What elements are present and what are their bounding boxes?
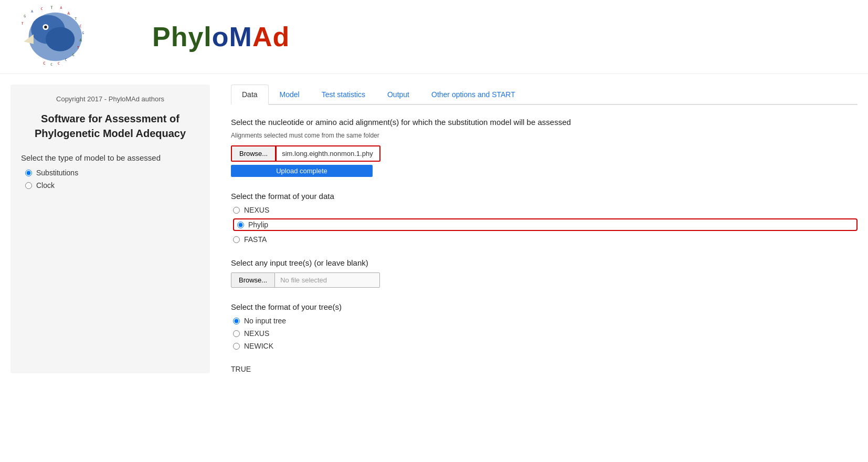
tree-nexus-radio[interactable]: [233, 330, 240, 337]
right-panel: Data Model Test statistics Output Other …: [220, 85, 868, 373]
tab-test-statistics[interactable]: Test statistics: [311, 85, 376, 104]
svg-text:G: G: [24, 14, 26, 18]
fasta-radio[interactable]: [233, 236, 240, 243]
phylip-radio[interactable]: [237, 222, 244, 228]
tree-file-name: No file selected: [275, 272, 380, 288]
alignment-title: Select the nucleotide or amino acid alig…: [231, 118, 858, 127]
format-section: Select the format of your data NEXUS Phy…: [231, 192, 858, 244]
tree-newick-label: NEWICK: [244, 342, 273, 350]
copyright-text: Copyright 2017 - PhyloMAd authors: [21, 95, 199, 103]
svg-text:C: C: [43, 61, 45, 66]
tree-title: Select any input tree(s) (or leave blank…: [231, 258, 858, 267]
tree-browse-button[interactable]: Browse...: [231, 272, 275, 288]
no-tree-item[interactable]: No input tree: [233, 317, 858, 325]
tree-nexus-item[interactable]: NEXUS: [233, 329, 858, 338]
upload-status-bar: Upload complete: [231, 165, 373, 177]
software-title: Software for Assessment of Phylogenetic …: [21, 111, 199, 141]
svg-marker-3: [24, 34, 33, 44]
tree-section: Select any input tree(s) (or leave blank…: [231, 258, 858, 288]
clock-radio[interactable]: [25, 182, 32, 189]
svg-text:C: C: [41, 7, 43, 11]
svg-text:C: C: [58, 61, 60, 66]
svg-point-2: [46, 27, 75, 51]
svg-text:A: A: [31, 9, 33, 14]
tab-data[interactable]: Data: [231, 85, 269, 105]
tree-nexus-label: NEXUS: [244, 329, 269, 338]
model-type-radio-group: Substitutions Clock: [21, 169, 199, 190]
fasta-format-item[interactable]: FASTA: [233, 235, 858, 244]
svg-text:A: A: [67, 11, 70, 16]
svg-text:A: A: [60, 6, 62, 10]
app-title: PhyloMAd: [152, 21, 290, 52]
true-value: TRUE: [231, 365, 858, 373]
svg-point-5: [44, 26, 47, 29]
header: A T C G A T G C C C C T G A C T A PhyloM…: [0, 0, 868, 74]
substitutions-radio-item[interactable]: Substitutions: [25, 169, 199, 177]
nexus-format-item[interactable]: NEXUS: [233, 206, 858, 214]
svg-text:A: A: [80, 38, 82, 43]
tree-newick-radio[interactable]: [233, 343, 240, 350]
svg-text:C: C: [50, 62, 52, 67]
nexus-radio[interactable]: [233, 207, 240, 214]
tab-other-options[interactable]: Other options and START: [420, 85, 526, 104]
alignment-browse-button[interactable]: Browse...: [231, 145, 276, 162]
svg-text:T: T: [75, 17, 77, 21]
svg-text:G: G: [82, 31, 84, 35]
svg-text:G: G: [72, 53, 75, 57]
phylip-format-item[interactable]: Phylip: [233, 218, 858, 231]
svg-text:T: T: [22, 22, 24, 26]
tree-newick-item[interactable]: NEWICK: [233, 342, 858, 350]
no-tree-label: No input tree: [244, 317, 286, 325]
logo-area: A T C G A T G C C C C T G A C T A: [16, 5, 100, 68]
svg-text:C: C: [80, 24, 82, 28]
tab-bar: Data Model Test statistics Output Other …: [231, 85, 858, 105]
tree-format-title: Select the format of your tree(s): [231, 302, 858, 311]
no-tree-radio[interactable]: [233, 318, 240, 324]
substitutions-label: Substitutions: [36, 169, 78, 177]
tree-format-section: Select the format of your tree(s) No inp…: [231, 302, 858, 350]
left-panel: Copyright 2017 - PhyloMAd authors Softwa…: [10, 85, 210, 373]
clock-radio-item[interactable]: Clock: [25, 181, 199, 190]
alignment-subtitle: Alignments selected must come from the s…: [231, 132, 858, 139]
svg-text:T: T: [50, 5, 53, 10]
main-content: Copyright 2017 - PhyloMAd authors Softwa…: [0, 74, 868, 384]
format-radio-group: NEXUS Phylip FASTA: [231, 206, 858, 244]
dna-logo: A T C G A T G C C C C T G A C T A: [16, 5, 100, 68]
format-title: Select the format of your data: [231, 192, 858, 201]
nexus-label: NEXUS: [244, 206, 269, 214]
substitutions-radio[interactable]: [25, 170, 32, 176]
phylip-label: Phylip: [248, 220, 268, 229]
fasta-label: FASTA: [244, 235, 267, 244]
alignment-file-name: sim.long.eighth.nonmon.1.phy: [276, 145, 380, 162]
clock-label: Clock: [36, 181, 55, 190]
alignment-section: Select the nucleotide or amino acid alig…: [231, 118, 858, 177]
svg-text:T: T: [77, 46, 79, 50]
svg-text:C: C: [65, 58, 67, 62]
tree-format-radio-group: No input tree NEXUS NEWICK: [231, 317, 858, 350]
model-select-label: Select the type of model to be assessed: [21, 153, 199, 162]
tab-output[interactable]: Output: [376, 85, 420, 104]
tree-file-input-row: Browse... No file selected: [231, 272, 858, 288]
tab-model[interactable]: Model: [269, 85, 311, 104]
alignment-file-input-row: Browse... sim.long.eighth.nonmon.1.phy: [231, 145, 858, 162]
